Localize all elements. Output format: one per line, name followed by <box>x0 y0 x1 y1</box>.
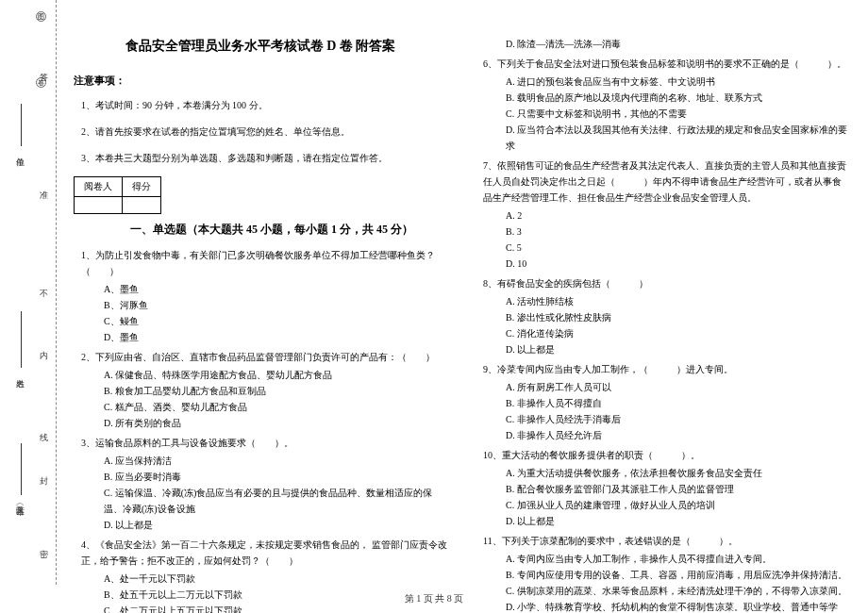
q2-d: D. 所有类别的食品 <box>104 415 447 431</box>
q2-b: B. 粮食加工品婴幼儿配方食品和豆制品 <box>104 383 447 399</box>
q11: 11、下列关于凉菜配制的要求中，表述错误的是（ ）。 <box>483 533 849 549</box>
q10-c: C. 加强从业人员的建康管理，做好从业人员的培训 <box>506 497 849 513</box>
instruction-3: 3、本卷共三大题型分别为单选题、多选题和判断题，请在指定位置作答。 <box>81 150 447 167</box>
q8-c: C. 消化道传染病 <box>506 325 849 341</box>
circle-2: 卷 <box>36 77 46 88</box>
score-cell <box>123 197 161 214</box>
q1: 1、为防止引发食物中毒，有关部门已多次明确餐饮服务单位不得加工经营哪种鱼类？（ … <box>81 247 447 279</box>
q5-d: D. 除渣—清洗—洗涤—消毒 <box>506 36 849 52</box>
underline <box>21 104 22 146</box>
q2-a: A. 保健食品、特殊医学用途配方食品、婴幼儿配方食品 <box>104 367 447 383</box>
q9-c: C. 非操作人员经洗手消毒后 <box>506 411 849 427</box>
score-table: 阅卷人 得分 <box>74 176 161 214</box>
q10-a: A. 为重大活动提供餐饮服务，依法承担餐饮服务食品安全责任 <box>506 465 849 481</box>
q2: 2、下列应由省、自治区、直辖市食品药品监督管理部门负责许可的产品有：（ ） <box>81 349 447 365</box>
q6: 6、下列关于食品安全法对进口预包装食品标签和说明书的要求不正确的是（ ）。 <box>483 56 849 72</box>
q3-d: D. 以上都是 <box>104 517 447 533</box>
q8-a: A. 活动性肺结核 <box>506 293 849 309</box>
q1-c: C、鳗鱼 <box>104 313 447 329</box>
q7-a: A. 2 <box>506 207 849 224</box>
q7-c: C. 5 <box>506 240 849 256</box>
q4-a: A、处一千元以下罚款 <box>104 571 447 587</box>
q8: 8、有碍食品安全的疾病包括（ ） <box>483 275 849 291</box>
page-footer: 第 1 页 共 8 页 <box>0 592 868 605</box>
q6-a: A. 进口的预包装食品应当有中文标签、中文说明书 <box>506 74 849 90</box>
q1-b: B、河豚鱼 <box>104 297 447 313</box>
right-column: D. 除渣—清洗—洗涤—消毒 6、下列关于食品安全法对进口预包装食品标签和说明书… <box>476 9 849 613</box>
q10: 10、重大活动的餐饮服务提供者的职责（ ）。 <box>483 447 849 463</box>
q1-d: D、墨鱼 <box>104 329 447 345</box>
q9-d: D. 非操作人员经允许后 <box>506 427 849 443</box>
circle-1: 图 <box>36 11 46 22</box>
q3-b: B. 应当必要时消毒 <box>104 469 447 485</box>
q10-b: B. 配合餐饮服务监管部门及其派驻工作人员的监督管理 <box>506 481 849 497</box>
q7: 7、依照销售可证的食品生产经营者及其法定代表人、直接负责的主管人员和其他直接责任… <box>483 157 849 206</box>
q8-d: D. 以上都是 <box>506 341 849 357</box>
score-cell <box>75 197 123 214</box>
q9-b: B. 非操作人员不得擅自 <box>506 395 849 411</box>
q3-c: C. 运输保温、冷藏(冻)食品应当有必要的且与提供的食品品种、数量相适应的保温、… <box>104 485 447 517</box>
q3-a: A. 应当保持清洁 <box>104 453 447 469</box>
q11-b: B. 专间内应使用专用的设备、工具、容器，用前应消毒，用后应洗净并保持清洁。 <box>506 567 849 583</box>
q7-d: D. 10 <box>506 256 849 272</box>
q10-d: D. 以上都是 <box>506 513 849 529</box>
binding-margin: 图 卷 据 答 准 不 内 线 封 密 单位 姓名 市（区县） <box>0 0 57 585</box>
q3: 3、运输食品原料的工具与设备设施要求（ ）。 <box>81 435 447 451</box>
q7-b: B. 3 <box>506 224 849 240</box>
notice-label: 注意事项： <box>74 74 447 88</box>
instruction-2: 2、请首先按要求在试卷的指定位置填写您的姓名、单位等信息。 <box>81 124 447 141</box>
underline <box>21 311 22 368</box>
page-content: 食品安全管理员业务水平考核试卷 D 卷 附答案 注意事项： 1、考试时间：90 … <box>74 9 849 613</box>
score-h1: 阅卷人 <box>75 177 123 197</box>
q2-c: C. 糕产品、酒类、婴幼儿配方食品 <box>104 399 447 415</box>
q9: 9、冷菜专间内应当由专人加工制作，（ ）进入专间。 <box>483 361 849 377</box>
section-1-heading: 一、单选题（本大题共 45 小题，每小题 1 分，共 45 分） <box>130 222 447 238</box>
q6-b: B. 载明食品的原产地以及境内代理商的名称、地址、联系方式 <box>506 90 849 106</box>
q8-b: B. 渗出性或化脓性皮肤病 <box>506 309 849 325</box>
exam-title: 食品安全管理员业务水平考核试卷 D 卷 附答案 <box>74 38 447 55</box>
q1-a: A、墨鱼 <box>104 281 447 297</box>
instruction-1: 1、考试时间：90 分钟，本卷满分为 100 分。 <box>81 97 447 114</box>
q9-a: A. 所有厨房工作人员可以 <box>506 379 849 395</box>
underline <box>21 443 22 495</box>
q6-d: D. 应当符合本法以及我国其他有关法律、行政法规的规定和食品安全国家标准的要求 <box>506 122 849 154</box>
score-h2: 得分 <box>123 177 161 197</box>
left-column: 食品安全管理员业务水平考核试卷 D 卷 附答案 注意事项： 1、考试时间：90 … <box>74 9 447 613</box>
q11-a: A. 专间内应当由专人加工制作，非操作人员不得擅自进入专间。 <box>506 551 849 567</box>
q6-c: C. 只需要中文标签和说明书，其他的不需要 <box>506 106 849 122</box>
q4: 4、《食品安全法》第一百二十六条规定，未按规定要求销售食品的， 监管部门应责令改… <box>81 537 447 569</box>
